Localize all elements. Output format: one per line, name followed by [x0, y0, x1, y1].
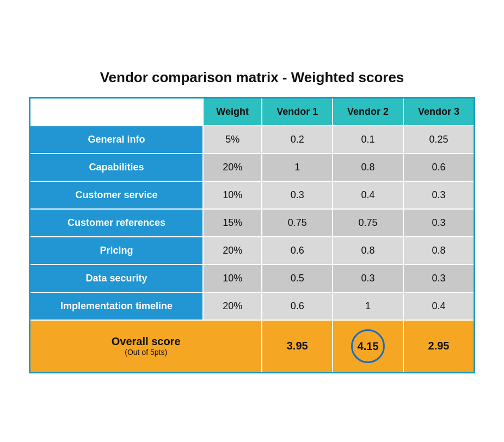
- overall-label: Overall score(Out of 5pts): [30, 320, 262, 373]
- table-row: Customer service10%0.30.40.3: [30, 181, 475, 209]
- header-row: Weight Vendor 1 Vendor 2 Vendor 3: [30, 97, 475, 126]
- row-v1: 0.6: [262, 237, 333, 265]
- overall-vendor3: 2.95: [403, 320, 475, 373]
- page-title: Vendor comparison matrix - Weighted scor…: [29, 69, 475, 86]
- row-weight: 5%: [203, 126, 262, 154]
- row-label: Data security: [30, 265, 204, 292]
- row-v2: 0.4: [333, 181, 403, 209]
- table-row: Implementation timeline20%0.610.4: [30, 292, 475, 320]
- row-label: Customer service: [30, 181, 204, 209]
- highlighted-score: 4.15: [351, 329, 385, 363]
- row-v3: 0.3: [403, 209, 475, 237]
- header-col-empty: [30, 97, 204, 126]
- main-container: Vendor comparison matrix - Weighted scor…: [18, 58, 486, 384]
- row-v1: 0.75: [262, 209, 333, 237]
- header-col-vendor1: Vendor 1: [262, 97, 333, 126]
- row-v2: 0.3: [333, 265, 403, 292]
- row-v3: 0.6: [403, 154, 475, 181]
- header-col-vendor2: Vendor 2: [333, 97, 403, 126]
- row-v2: 0.8: [333, 237, 403, 265]
- row-weight: 20%: [203, 292, 262, 320]
- comparison-table: Weight Vendor 1 Vendor 2 Vendor 3 Genera…: [29, 97, 475, 373]
- row-label: Customer references: [30, 209, 204, 237]
- row-label: Capabilities: [30, 154, 204, 181]
- row-weight: 15%: [203, 209, 262, 237]
- row-weight: 20%: [203, 154, 262, 181]
- row-v2: 0.1: [333, 126, 403, 154]
- row-v1: 0.3: [262, 181, 333, 209]
- row-label: Implementation timeline: [30, 292, 204, 320]
- row-label: Pricing: [30, 237, 204, 265]
- row-weight: 10%: [203, 265, 262, 292]
- table-row: General info5%0.20.10.25: [30, 126, 475, 154]
- row-v2: 0.8: [333, 154, 403, 181]
- overall-vendor2: 4.15: [333, 320, 403, 373]
- row-v1: 0.2: [262, 126, 333, 154]
- overall-row: Overall score(Out of 5pts)3.954.152.95: [30, 320, 475, 373]
- table-row: Data security10%0.50.30.3: [30, 265, 475, 292]
- row-v3: 0.25: [403, 126, 475, 154]
- row-weight: 10%: [203, 181, 262, 209]
- header-col-weight: Weight: [203, 97, 262, 126]
- row-v3: 0.3: [403, 181, 475, 209]
- row-label: General info: [30, 126, 204, 154]
- row-weight: 20%: [203, 237, 262, 265]
- row-v1: 1: [262, 154, 333, 181]
- row-v3: 0.3: [403, 265, 475, 292]
- overall-vendor1: 3.95: [262, 320, 333, 373]
- header-col-vendor3: Vendor 3: [403, 97, 475, 126]
- row-v3: 0.8: [403, 237, 475, 265]
- table-row: Pricing20%0.60.80.8: [30, 237, 475, 265]
- row-v2: 1: [333, 292, 403, 320]
- row-v1: 0.6: [262, 292, 333, 320]
- table-row: Customer references15%0.750.750.3: [30, 209, 475, 237]
- row-v1: 0.5: [262, 265, 333, 292]
- row-v3: 0.4: [403, 292, 475, 320]
- row-v2: 0.75: [333, 209, 403, 237]
- table-row: Capabilities20%10.80.6: [30, 154, 475, 181]
